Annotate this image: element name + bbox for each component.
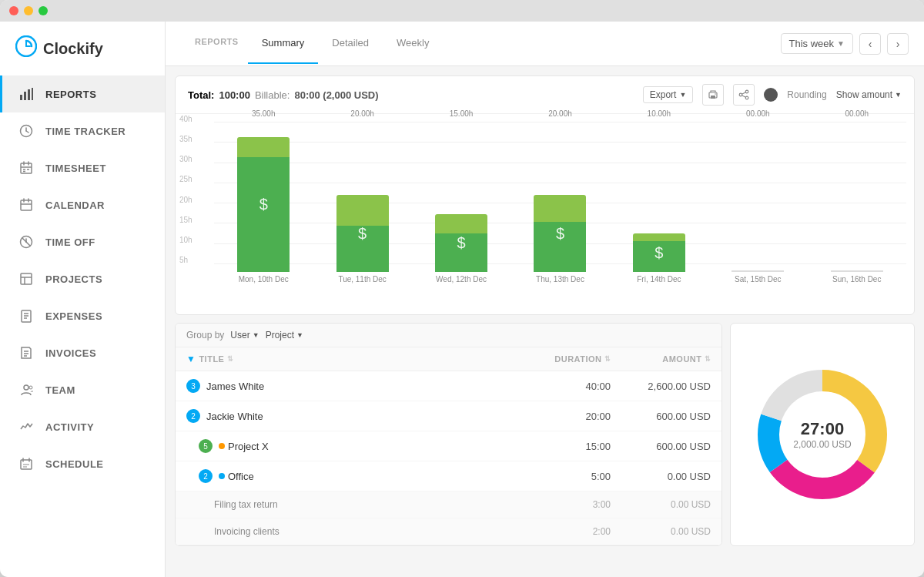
schedule-icon: [18, 455, 35, 472]
sidebar-item-time-off[interactable]: TIME OFF: [0, 223, 165, 260]
tab-detailed[interactable]: Detailed: [318, 23, 383, 64]
dot-project-x: [219, 443, 225, 449]
sidebar-label-reports: REPORTS: [45, 89, 96, 100]
total-value: 100:00: [219, 89, 249, 101]
group-by-project-button[interactable]: Project ▼: [266, 330, 303, 340]
toggle-icon[interactable]: [764, 88, 778, 102]
svg-rect-5: [28, 89, 30, 100]
table-row-office[interactable]: 2 Office 5:00 0.00 USD: [176, 461, 721, 491]
print-button[interactable]: [702, 84, 724, 106]
sidebar-item-reports[interactable]: REPORTS: [0, 75, 165, 112]
topbar: REPORTS Summary Detailed Weekly This wee…: [166, 22, 924, 66]
svg-rect-3: [20, 95, 22, 100]
row-dur-filing: 3:00: [534, 499, 611, 510]
tab-bar: REPORTS Summary Detailed Weekly: [181, 23, 443, 64]
sidebar-item-timesheet[interactable]: TIMESHEET: [0, 149, 165, 186]
group-by-user-button[interactable]: User ▼: [230, 330, 259, 340]
total-label: Total:: [188, 89, 214, 101]
sidebar-item-calendar[interactable]: CALENDAR: [0, 186, 165, 223]
bar-wed-label: Wed, 12th Dec: [436, 275, 487, 283]
share-button[interactable]: [733, 84, 755, 106]
sidebar-item-invoices[interactable]: INVOICES: [0, 334, 165, 371]
bar-mon-label: Mon, 10th Dec: [239, 275, 289, 283]
team-icon: [18, 381, 35, 398]
row-amt-filing: 0.00 USD: [611, 499, 711, 510]
svg-point-46: [746, 96, 749, 99]
group-user-dropdown: ▼: [253, 331, 259, 339]
sort-icon-amt: ⇅: [705, 355, 711, 363]
content-area: Total: 100:00 Billable: 80:00 (2,000 USD…: [166, 66, 924, 577]
row-dur-invoicing: 2:00: [534, 526, 611, 537]
table-row-invoicing[interactable]: Invoicing clients 2:00 0.00 USD: [176, 518, 721, 545]
week-label: This week: [789, 38, 835, 49]
sidebar-item-team[interactable]: TEAM: [0, 371, 165, 408]
tab-weekly[interactable]: Weekly: [383, 23, 443, 64]
bar-sat-label: Sat, 15th Dec: [735, 275, 782, 283]
projects-icon: [18, 270, 35, 287]
sidebar-item-time-tracker[interactable]: TIME TRACKER: [0, 112, 165, 149]
svg-point-44: [746, 90, 749, 93]
bar-mon-wrap: 35.00h $: [237, 123, 290, 272]
main-content: REPORTS Summary Detailed Weekly This wee…: [166, 22, 924, 577]
sidebar-item-expenses[interactable]: EXPENSES: [0, 297, 165, 334]
sidebar-item-activity[interactable]: ACTIVITY: [0, 408, 165, 445]
prev-week-button[interactable]: ‹: [859, 33, 881, 55]
next-week-button[interactable]: ›: [887, 33, 909, 55]
row-amt-jackie: 600.00 USD: [611, 411, 711, 422]
bar-tue: 20.00h $ Tue, 11th Dec: [336, 123, 389, 283]
minimize-button[interactable]: [24, 6, 33, 15]
svg-rect-6: [32, 88, 33, 100]
table-row-jackie[interactable]: 2 Jackie White 20:00 600.00 USD: [176, 401, 721, 431]
num-badge-jackie: 2: [186, 409, 200, 423]
row-title-invoicing: Invoicing clients: [214, 526, 534, 537]
donut-time: 27:00: [793, 419, 851, 439]
topbar-right: This week ▼ ‹ ›: [781, 33, 909, 55]
chart-card: Total: 100:00 Billable: 80:00 (2,000 USD…: [175, 75, 915, 315]
svg-point-43: [715, 93, 717, 95]
sidebar: Clockify REPORTS: [0, 22, 166, 577]
col-title: ▼ TITLE ⇅: [186, 354, 534, 364]
week-selector[interactable]: This week ▼: [781, 33, 853, 54]
clock-icon: [18, 122, 35, 139]
sidebar-item-projects[interactable]: PROJECTS: [0, 260, 165, 297]
svg-point-35: [29, 386, 32, 389]
export-dropdown-icon: ▼: [679, 91, 686, 99]
close-button[interactable]: [9, 6, 18, 15]
billable-label: Billable:: [255, 89, 290, 101]
table-header: ▼ TITLE ⇅ DURATION ⇅ AMOUNT ⇅: [176, 347, 721, 371]
bar-sun-label: Sun, 16th Dec: [832, 275, 881, 283]
svg-point-45: [740, 93, 743, 96]
svg-line-47: [742, 92, 745, 94]
export-button[interactable]: Export ▼: [643, 86, 694, 103]
logo-icon: [15, 35, 37, 62]
dot-office: [219, 473, 225, 479]
svg-line-48: [742, 96, 745, 97]
table-card: Group by User ▼ Project ▼: [175, 323, 722, 546]
bar-thu: 20.00h $ Thu, 13th Dec: [534, 123, 586, 283]
group-project-dropdown: ▼: [296, 331, 303, 339]
row-title-jackie: Jackie White: [206, 411, 534, 422]
donut-container: 27:00 2,000.00 USD: [753, 365, 892, 504]
sidebar-label-time-tracker: TIME TRACKER: [45, 126, 126, 137]
sidebar-item-schedule[interactable]: SCHEDULE: [0, 445, 165, 482]
table-row-project-x[interactable]: 5 Project X 15:00 600.00 USD: [176, 431, 721, 461]
row-dur-jackie: 20:00: [534, 411, 611, 422]
week-dropdown-icon: ▼: [837, 39, 845, 48]
chart-header-controls: Export ▼: [643, 84, 902, 106]
maximize-button[interactable]: [38, 6, 48, 15]
tab-summary[interactable]: Summary: [248, 23, 319, 64]
row-amt-invoicing: 0.00 USD: [611, 526, 711, 537]
num-badge-px: 5: [199, 439, 213, 453]
svg-line-9: [26, 131, 28, 133]
sidebar-label-timesheet: TIMESHEET: [45, 163, 106, 174]
activity-icon: [18, 418, 35, 435]
donut-amount: 2,000.00 USD: [793, 439, 851, 450]
show-amount-button[interactable]: Show amount ▼: [836, 89, 902, 100]
row-dur-james: 40:00: [534, 381, 611, 392]
table-row-james[interactable]: 3 James White 40:00 2,600.00 USD: [176, 371, 721, 401]
bars-container: 35.00h $ Mon, 10th Dec 20.00h: [214, 122, 906, 283]
table-row-filing[interactable]: Filing tax return 3:00 0.00 USD: [176, 491, 721, 518]
row-amt-james: 2,600.00 USD: [611, 381, 711, 392]
donut-center: 27:00 2,000.00 USD: [793, 419, 851, 450]
bar-sat: 00.00h Sat, 15th Dec: [732, 123, 784, 283]
